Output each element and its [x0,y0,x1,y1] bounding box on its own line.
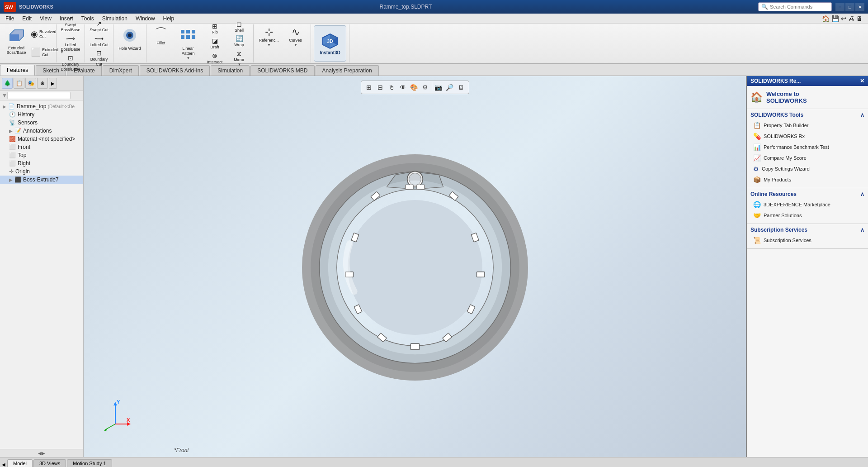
menu-view[interactable]: View [36,14,55,23]
tree-filter-input[interactable] [7,92,71,99]
svg-text:SW: SW [5,5,13,10]
menu-window[interactable]: Window [132,14,159,23]
search-box[interactable]: 🔍 [758,2,832,11]
menu-edit[interactable]: Edit [19,14,35,23]
maximize-button[interactable]: □ [845,3,854,11]
hu-view-settings-button[interactable]: ⚙ [420,82,430,92]
tab-analysis[interactable]: Analysis Preparation [316,65,379,76]
feature-tree: ▶ 📄 Ramme_top (Default<<De 🕐 History 📡 S… [0,100,83,449]
curves-button[interactable]: ∿ Curves ▼ [283,25,308,62]
hu-hide-show-button[interactable]: 👁 [398,82,408,92]
tree-item-front[interactable]: ⬜ Front [0,143,83,151]
tree-item-origin[interactable]: ✛ Origin [0,167,83,176]
shell-button[interactable]: ◻ Shell [228,19,250,34]
panel-icon-more[interactable]: ▶ [49,78,57,89]
hu-display-style-button[interactable]: 🖱 [387,82,396,92]
toolbar-icon-1[interactable]: 🏠 [822,15,830,22]
menu-help[interactable]: Help [160,14,178,23]
scroll-right-icon: ▶ [42,451,45,456]
btab-model[interactable]: Model [7,459,33,467]
tree-item-sensors[interactable]: 📡 Sensors [0,119,83,127]
online-resources-collapse-icon[interactable]: ∧ [860,191,864,197]
svg-marker-49 [104,428,108,431]
hu-display-button[interactable]: 🖥 [456,82,466,92]
subscription-collapse-icon[interactable]: ∧ [860,227,864,233]
sw-tools-label: SOLIDWORKS Tools [750,112,803,118]
btab-3dviews[interactable]: 3D Views [33,459,66,467]
tree-label-ramme: Ramme_top (Default<<De [17,103,75,110]
tree-scroll-arrows[interactable]: ◀ ▶ [0,449,83,457]
panel-icon-tree[interactable]: 🌲 [2,78,13,89]
hu-3d-draw-button[interactable]: 📷 [434,82,443,92]
tree-item-material[interactable]: 🧱 Material <not specified> [0,135,83,143]
subscription-services-item[interactable]: 📜 Subscription Services [750,235,864,246]
search-area[interactable]: 🔍 − □ ✕ [758,2,864,11]
revolved-cut-button[interactable]: ◉ Revolved Cut [30,26,53,43]
tree-item-top[interactable]: ⬜ Top [0,151,83,159]
hole-wizard-button[interactable]: Hole Wizard [116,25,143,62]
panel-icon-config[interactable]: 🎭 [25,78,36,89]
panel-icon-add[interactable]: ⊕ [37,78,48,89]
extruded-boss-button[interactable]: Extruded Boss/Base [5,25,28,62]
toolbar-icon-5[interactable]: 🖥 [856,15,863,22]
sw-tools-collapse-icon[interactable]: ∧ [860,112,864,118]
bottom-scroll-left-icon[interactable]: ◀ [0,462,7,467]
window-controls[interactable]: − □ ✕ [835,3,864,11]
svg-point-21 [347,200,482,335]
perf-benchmark-item[interactable]: 📊 Performance Benchmark Test [750,142,864,152]
mirror-button[interactable]: ⧖ Mirror ▼ [228,49,250,67]
tree-item-boss-extrude7[interactable]: ▶ ⬛ Boss-Extrude7 [0,176,83,184]
reference-button[interactable]: ⊹ Referenc... ▼ [256,25,281,62]
fillet-button[interactable]: ⌒ Fillet [149,25,173,62]
tab-features[interactable]: Features [0,65,35,76]
intersect-label: Intersect [207,60,223,65]
swept-boss-button[interactable]: ↗ Swept Boss/Base [59,14,82,33]
tree-icon-sensors: 📡 [9,119,16,126]
lofted-boss-button[interactable]: ⟿ Lofted Boss/Base [59,34,82,53]
features-group: ⌒ Fillet Linear Pattern ▼ ⊞ Rib [146,24,254,62]
partner-solutions-item[interactable]: 🤝 Partner Solutions [750,210,864,221]
minimize-button[interactable]: − [835,3,844,11]
boundary-boss-button[interactable]: ⊡ Boundary Boss/Base [59,53,82,72]
toolbar-icon-4[interactable]: 🖨 [848,15,854,22]
hu-view-orient-button[interactable]: ⊞ [364,82,374,92]
3dexperience-item[interactable]: 🌐 3DEXPERIENCE Marketplace [750,199,864,210]
btab-motion[interactable]: Motion Study 1 [67,459,112,467]
my-products-item[interactable]: 📦 My Products [750,174,864,185]
copy-settings-icon: ⚙ [753,165,759,172]
linear-pattern-button[interactable]: Linear Pattern ▼ [175,25,202,62]
boundary-cut-button[interactable]: ⊡ Boundary Cut [88,48,110,67]
intersect-button[interactable]: ⊗ Intersect [203,51,226,66]
instant3d-button[interactable]: 3D Instant3D [314,25,346,62]
welcome-sub: SOLIDWORKS [766,97,807,104]
tree-item-ramme[interactable]: ▶ 📄 Ramme_top (Default<<De [0,102,83,110]
svg-rect-35 [476,272,484,277]
panel-icon-properties[interactable]: 📋 [14,78,24,89]
hu-appearance-button[interactable]: 🎨 [409,82,419,92]
compare-score-item[interactable]: 📈 Compare My Score [750,152,864,163]
tab-addins[interactable]: SOLIDWORKS Add-Ins [140,65,210,76]
hu-magnify-button[interactable]: 🔎 [445,82,455,92]
tab-mbd[interactable]: SOLIDWORKS MBD [250,65,314,76]
close-button[interactable]: ✕ [855,3,864,11]
toolbar-icon-2[interactable]: 💾 [831,15,839,22]
hu-section-view-button[interactable]: ⊟ [375,82,385,92]
draft-button[interactable]: ◪ Draft [203,36,226,51]
extruded-cut-button[interactable]: ⬜ Extruded Cut ▼ [30,44,53,61]
property-tab-builder-item[interactable]: 📋 Property Tab Builder [750,120,864,131]
tree-item-right[interactable]: ⬜ Right [0,159,83,167]
rib-button[interactable]: ⊞ Rib [203,22,226,36]
search-input[interactable] [770,4,829,10]
copy-settings-item[interactable]: ⚙ Copy Settings Wizard [750,163,864,174]
tree-item-history[interactable]: 🕐 History [0,110,83,119]
lofted-cut-button[interactable]: ⟿ Lofted Cut [88,34,110,48]
sw-rx-item[interactable]: 💊 SOLIDWORKS Rx [750,131,864,142]
wrap-button[interactable]: 🔄 Wrap [228,34,250,48]
tree-item-annotations[interactable]: ▶ 📝 Annotations [0,127,83,135]
menu-file[interactable]: File [2,14,18,23]
curves-icon: ∿ [292,27,300,37]
toolbar-icon-3[interactable]: ↩ [841,15,846,22]
sw-tools-title: SOLIDWORKS Tools ∧ [750,112,864,118]
swept-cut-button[interactable]: ↗ Swept Cut [88,19,110,33]
right-panel-close-icon[interactable]: ✕ [860,78,864,84]
